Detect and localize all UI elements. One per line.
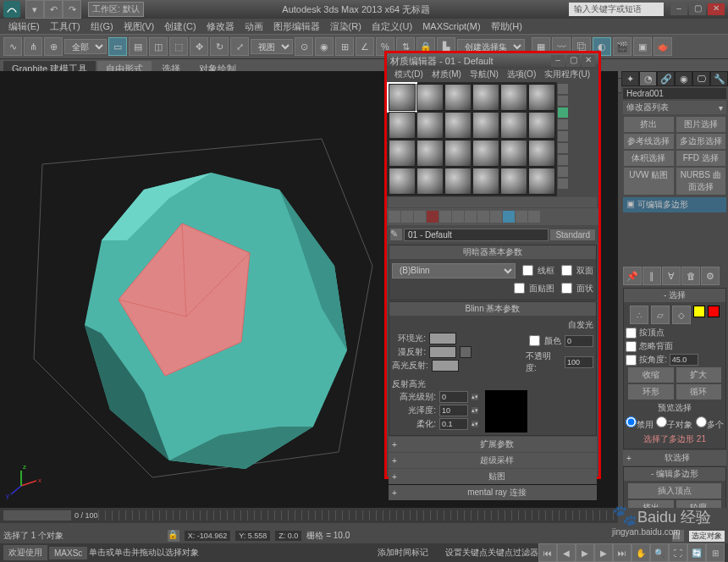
soften-spinner[interactable]: [439, 418, 468, 430]
lock-selection-icon[interactable]: 🔒: [168, 530, 179, 542]
select-by-mat-icon[interactable]: [558, 167, 568, 177]
mat-minimize-button[interactable]: –: [551, 55, 565, 67]
y-coord[interactable]: Y: 5.558: [235, 531, 270, 541]
gloss-spinner[interactable]: [439, 405, 468, 416]
make-unique-icon[interactable]: ∀: [662, 267, 681, 285]
menu-render[interactable]: 渲染(R): [325, 20, 367, 33]
time-slider[interactable]: 0 / 100: [0, 508, 618, 523]
prev-frame-icon[interactable]: ◀: [557, 543, 576, 562]
element-subobj-icon[interactable]: [708, 306, 720, 317]
material-slot-10[interactable]: [472, 112, 499, 139]
material-slot-15[interactable]: [444, 140, 472, 167]
mat-menu-material[interactable]: 材质(M): [427, 69, 466, 82]
selection-filter[interactable]: 全部: [64, 39, 107, 54]
play-icon[interactable]: ▶: [576, 543, 594, 562]
soft-sel-rollup[interactable]: + 软选择: [623, 450, 726, 466]
material-slot-8[interactable]: [416, 112, 444, 139]
insert-vert-button[interactable]: 插入顶点: [628, 483, 721, 499]
material-slot-23[interactable]: [500, 168, 527, 195]
menu-modifiers[interactable]: 修改器: [201, 20, 240, 33]
keymode-select[interactable]: 选定对象: [689, 531, 725, 542]
mat-close-button[interactable]: ✕: [582, 55, 595, 67]
go-sibling-icon[interactable]: [528, 211, 540, 223]
pivot-icon[interactable]: ⊙: [295, 37, 313, 56]
menu-tools[interactable]: 工具(T): [45, 20, 85, 33]
modify-tab-icon[interactable]: ◔: [639, 71, 657, 86]
menu-maxscript[interactable]: MAXScript(M): [417, 21, 485, 31]
material-slot-24[interactable]: [528, 168, 555, 195]
menu-edit[interactable]: 编辑(E): [3, 20, 45, 33]
loop-button[interactable]: 循环: [676, 384, 722, 399]
backlight-icon[interactable]: [558, 96, 568, 106]
blinn-rollup-title[interactable]: Blinn 基本参数: [389, 302, 596, 316]
x-coord[interactable]: X: -104.962: [185, 531, 231, 541]
ambient-swatch[interactable]: [429, 333, 456, 344]
render-setup-icon[interactable]: 🎬: [613, 37, 631, 56]
maps-rollup[interactable]: +贴图: [389, 469, 597, 484]
material-slot-2[interactable]: [416, 84, 444, 111]
menu-create[interactable]: 创建(C): [159, 20, 201, 33]
material-slot-9[interactable]: [444, 112, 472, 139]
shader-rollup-title[interactable]: 明暗器基本参数: [389, 245, 596, 259]
move-icon[interactable]: ✥: [190, 37, 208, 56]
material-slot-18[interactable]: [528, 140, 555, 167]
rotate-icon[interactable]: ↻: [210, 37, 229, 56]
scale-icon[interactable]: ⤢: [230, 37, 249, 56]
bind-icon[interactable]: ⊕: [44, 37, 63, 56]
border-subobj-icon[interactable]: ◇: [672, 306, 691, 324]
mat-scrollbar[interactable]: [389, 197, 597, 207]
material-slot-7[interactable]: [389, 112, 416, 139]
maxscript-tab[interactable]: MAXSc: [49, 547, 87, 559]
remove-mod-icon[interactable]: 🗑: [681, 267, 700, 285]
by-vertex-checkbox[interactable]: [626, 328, 637, 339]
squeeze-button[interactable]: 挤出: [624, 117, 674, 132]
ffd-button[interactable]: FFD 选择: [676, 151, 726, 166]
hierarchy-tab-icon[interactable]: 🔗: [657, 71, 675, 86]
menu-graph[interactable]: 图形编辑器: [268, 20, 325, 33]
modifier-stack-item[interactable]: ▣ 可编辑多边形: [623, 197, 726, 212]
diffuse-map-button[interactable]: [460, 346, 472, 358]
sample-type-icon[interactable]: [558, 84, 568, 94]
mat-menu-options[interactable]: 选项(O): [503, 69, 540, 82]
next-frame-icon[interactable]: ▶: [594, 543, 613, 562]
color-spinner[interactable]: [565, 335, 593, 347]
unlink-icon[interactable]: ⋔: [24, 37, 42, 56]
motion-tab-icon[interactable]: ◉: [675, 71, 692, 86]
polygon-subobj-icon[interactable]: [693, 306, 705, 317]
material-slot-22[interactable]: [472, 168, 499, 195]
maximize-button[interactable]: ▢: [689, 3, 706, 15]
mental-ray-rollup[interactable]: +mental ray 连接: [389, 485, 597, 500]
select-object-icon[interactable]: ▭: [108, 37, 127, 56]
opacity-spinner[interactable]: [565, 356, 593, 368]
show-end-result-icon[interactable]: ∥: [643, 267, 661, 285]
material-slot-6[interactable]: [528, 84, 555, 111]
pan-icon[interactable]: ✋: [631, 543, 650, 562]
material-id-icon[interactable]: [477, 211, 489, 223]
material-slot-12[interactable]: [528, 112, 555, 139]
help-search-input[interactable]: 输入关键字或短语: [569, 3, 664, 16]
select-name-icon[interactable]: ▤: [129, 37, 147, 56]
redo-icon[interactable]: ↷: [63, 0, 81, 19]
selection-rollup-title[interactable]: - 选择: [624, 289, 725, 302]
material-slot-4[interactable]: [472, 84, 499, 111]
show-end-icon[interactable]: [503, 211, 515, 223]
utilities-tab-icon[interactable]: 🔧: [710, 71, 728, 86]
close-button[interactable]: ✕: [708, 3, 725, 15]
modifier-list-select[interactable]: 修改器列表▾: [623, 101, 726, 114]
mat-menu-modes[interactable]: 模式(D): [390, 69, 427, 82]
angle-snap-icon[interactable]: ∠: [356, 37, 374, 56]
orbit-icon[interactable]: 🔄: [687, 543, 706, 562]
wire-checkbox[interactable]: 线框: [519, 262, 554, 278]
add-time-tag[interactable]: 添加时间标记: [378, 547, 428, 559]
ext-params-rollup[interactable]: +扩展参数: [389, 437, 597, 452]
assign-to-sel-icon[interactable]: [414, 211, 426, 223]
reset-map-icon[interactable]: [427, 211, 438, 223]
put-to-lib-icon[interactable]: [465, 211, 477, 223]
options-icon[interactable]: [558, 155, 568, 165]
undo-icon[interactable]: ↶: [44, 0, 63, 19]
put-to-scene-icon[interactable]: [401, 211, 413, 223]
make-copy-icon[interactable]: [439, 211, 451, 223]
menu-views[interactable]: 视图(V): [119, 20, 160, 33]
setkey-button[interactable]: 设置关键点: [445, 547, 488, 559]
material-slot-5[interactable]: [500, 84, 527, 111]
